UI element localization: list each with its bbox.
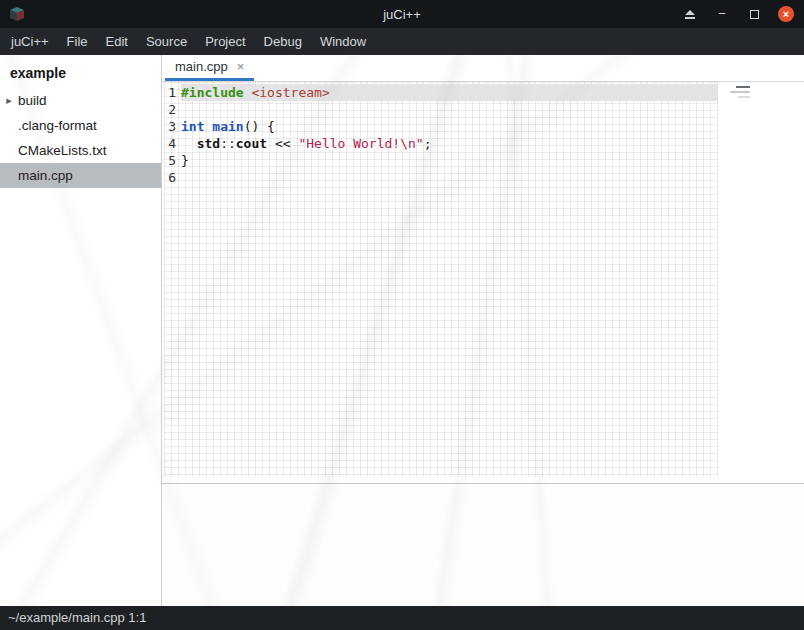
code-line-6: 6 <box>162 169 804 186</box>
line-content: #include <iostream> <box>181 84 718 101</box>
code-line-3: 3int main() { <box>162 118 804 135</box>
tree-item-label: main.cpp <box>18 168 73 183</box>
code-token-plain: :: <box>220 136 236 151</box>
overview-map <box>726 86 750 101</box>
code-token-bold: std <box>197 136 220 151</box>
output-pane[interactable] <box>162 484 804 606</box>
menubar: juCi++FileEditSourceProjectDebugWindow <box>0 28 804 55</box>
tree-item-build[interactable]: ▸build <box>0 88 161 113</box>
code-token-inc: <iostream> <box>251 85 329 100</box>
code-line-1: 1#include <iostream> <box>162 84 804 101</box>
window-controls: − × <box>682 0 794 28</box>
minimize-button[interactable]: − <box>714 6 730 22</box>
tab-label: main.cpp <box>175 59 228 74</box>
line-number: 4 <box>162 135 176 152</box>
code-line-4: 4 std::cout << "Hello World!\n"; <box>162 135 804 152</box>
tree-item-cmakelists-txt[interactable]: CMakeLists.txt <box>0 138 161 163</box>
tree-item-label: build <box>18 93 47 108</box>
file-tree-panel: example ▸build.clang-formatCMakeLists.tx… <box>0 55 162 606</box>
line-number: 1 <box>162 84 176 101</box>
code-token-plain: << <box>267 136 298 151</box>
code-token-plain: () { <box>244 119 275 134</box>
overview-mark <box>738 96 750 98</box>
line-content: } <box>181 152 718 169</box>
code-token-plain: } <box>181 153 189 168</box>
line-content <box>181 169 718 186</box>
menu-debug[interactable]: Debug <box>255 28 311 55</box>
code-token-plain <box>181 136 197 151</box>
menu-file[interactable]: File <box>58 28 97 55</box>
menu-project[interactable]: Project <box>196 28 254 55</box>
restore-button[interactable] <box>746 6 762 22</box>
code-token-kw: int <box>181 119 204 134</box>
tab-close-icon[interactable]: × <box>237 59 245 74</box>
tab-main-cpp[interactable]: main.cpp × <box>165 55 254 81</box>
menu-source[interactable]: Source <box>137 28 196 55</box>
app-window: juCi++ − × juCi++FileEditSourceProjectDe… <box>0 0 804 630</box>
cursor-position: ~/example/main.cpp 1:1 <box>8 610 146 625</box>
line-content: int main() { <box>181 118 718 135</box>
project-root-label: example <box>0 59 161 88</box>
tree-item-main-cpp[interactable]: main.cpp <box>0 163 161 188</box>
minimize-icon: − <box>718 6 726 22</box>
code-lines: 1#include <iostream>23int main() {4 std:… <box>162 82 804 186</box>
expander-icon[interactable]: ▸ <box>0 94 18 107</box>
tree-item-label: .clang-format <box>18 118 97 133</box>
line-content: std::cout << "Hello World!\n"; <box>181 135 718 152</box>
editor-pane: main.cpp × 1#include <iostream>23int mai… <box>162 55 804 606</box>
overview-mark <box>736 86 750 88</box>
status-bar: ~/example/main.cpp 1:1 <box>0 606 804 630</box>
code-editor[interactable]: 1#include <iostream>23int main() {4 std:… <box>162 82 804 483</box>
tab-bar: main.cpp × <box>162 55 804 82</box>
eject-button[interactable] <box>682 6 698 22</box>
line-content <box>181 101 718 118</box>
code-line-2: 2 <box>162 101 804 118</box>
menu-edit[interactable]: Edit <box>97 28 137 55</box>
eject-icon-bar <box>685 17 695 19</box>
tree-item-clang-format[interactable]: .clang-format <box>0 113 161 138</box>
eject-icon <box>685 10 695 15</box>
code-token-str: "Hello World!\n" <box>298 136 423 151</box>
line-number: 3 <box>162 118 176 135</box>
overview-mark <box>730 91 750 93</box>
titlebar: juCi++ − × <box>0 0 804 28</box>
content-area: example ▸build.clang-formatCMakeLists.tx… <box>0 55 804 606</box>
code-token-preproc: #include <box>181 85 244 100</box>
line-number: 6 <box>162 169 176 186</box>
file-tree: ▸build.clang-formatCMakeLists.txtmain.cp… <box>0 88 161 188</box>
code-token-bold: cout <box>236 136 267 151</box>
restore-icon <box>750 10 759 19</box>
menu-window[interactable]: Window <box>311 28 375 55</box>
line-number: 5 <box>162 152 176 169</box>
code-token-plain: ; <box>424 136 432 151</box>
close-button[interactable]: × <box>778 6 794 22</box>
menu-juci[interactable]: juCi++ <box>2 28 58 55</box>
app-icon <box>8 5 26 23</box>
code-token-kw: main <box>212 119 243 134</box>
tree-item-label: CMakeLists.txt <box>18 143 107 158</box>
code-line-5: 5} <box>162 152 804 169</box>
line-number: 2 <box>162 101 176 118</box>
